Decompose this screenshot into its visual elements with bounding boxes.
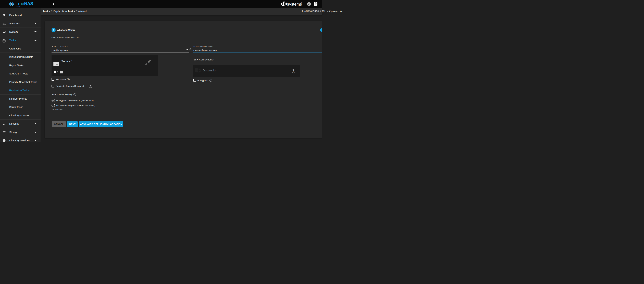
svg-text:TM: TM [301,2,302,3]
svg-text:TM: TM [310,3,311,3]
svg-text:systems: systems [287,2,302,6]
